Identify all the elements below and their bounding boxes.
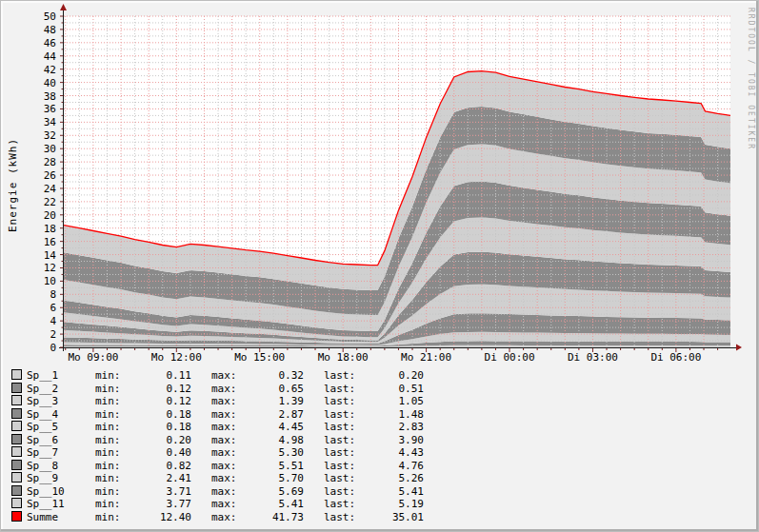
legend-last-value: 1.48 <box>357 408 424 421</box>
legend-max-label: max: <box>211 383 237 395</box>
legend-max-value: 5.41 <box>241 498 304 510</box>
y-tick-label: 42 <box>44 64 56 76</box>
y-tick-label: 16 <box>44 236 56 248</box>
y-tick-label: 8 <box>50 288 56 301</box>
legend-max-value: 0.32 <box>241 369 304 382</box>
legend-min-value: 0.20 <box>125 434 191 446</box>
y-tick-label: 0 <box>50 342 56 354</box>
legend-max-value: 5.30 <box>241 446 304 459</box>
legend-row-Sp__3: Sp__3min:0.12max:1.39last:1.05 <box>1 395 449 407</box>
legend-last-label: last: <box>324 446 355 459</box>
x-tick-label: Mo 12:00 <box>151 351 202 364</box>
y-tick-label: 44 <box>44 50 57 63</box>
y-tick-label: 24 <box>44 183 57 195</box>
legend-last-value: 2.83 <box>357 421 424 433</box>
legend-series-name: Sp__9 <box>27 472 58 484</box>
legend-last-value: 0.51 <box>357 383 424 395</box>
legend-row-Sp__4: Sp__4min:0.18max:2.87last:1.48 <box>1 408 449 421</box>
y-tick-label: 34 <box>44 116 57 128</box>
legend-series-name: Sp__11 <box>27 498 65 510</box>
legend-max-value: 5.69 <box>241 485 304 498</box>
legend-min-label: min: <box>95 434 121 446</box>
legend-max-value: 5.51 <box>241 460 304 472</box>
legend-swatch-icon <box>11 498 22 508</box>
y-tick-label: 40 <box>44 77 56 89</box>
legend-max-value: 2.87 <box>241 408 304 421</box>
y-tick-label: 26 <box>44 169 56 182</box>
legend-min-label: min: <box>95 383 121 395</box>
legend-last-label: last: <box>324 383 355 395</box>
legend-last-label: last: <box>324 434 355 446</box>
legend-series-name: Sp__1 <box>27 369 58 382</box>
y-tick-label: 36 <box>44 103 56 115</box>
legend-row-Summe: Summemin:12.40max:41.73last:35.01 <box>1 511 449 523</box>
legend-min-value: 0.18 <box>125 408 191 421</box>
y-tick-label: 30 <box>44 143 56 155</box>
legend-max-value: 1.39 <box>241 395 304 407</box>
legend-series-name: Sp__10 <box>27 485 65 498</box>
legend-last-label: last: <box>324 472 355 484</box>
legend-swatch-icon <box>11 511 22 522</box>
legend-min-label: min: <box>95 498 121 510</box>
legend-max-label: max: <box>211 485 237 498</box>
legend-swatch-icon <box>11 421 22 431</box>
legend-row-Sp__10: Sp__10min:3.71max:5.69last:5.41 <box>1 485 449 498</box>
legend-min-label: min: <box>95 446 121 459</box>
legend-max-label: max: <box>211 460 237 472</box>
legend-row-Sp__9: Sp__9min:2.41max:5.70last:5.26 <box>1 472 449 484</box>
legend-last-value: 4.43 <box>357 446 424 459</box>
legend-min-value: 2.41 <box>125 472 191 484</box>
legend-max-value: 0.65 <box>241 383 304 395</box>
legend-min-value: 0.18 <box>125 421 191 433</box>
legend-max-label: max: <box>211 472 237 484</box>
legend-row-Sp__1: Sp__1min:0.11max:0.32last:0.20 <box>1 369 449 382</box>
y-tick-label: 18 <box>44 223 56 235</box>
legend-last-value: 5.41 <box>357 485 424 498</box>
legend-row-Sp__8: Sp__8min:0.82max:5.51last:4.76 <box>1 460 449 472</box>
legend-row-Sp__2: Sp__2min:0.12max:0.65last:0.51 <box>1 383 449 395</box>
y-tick-label: 46 <box>44 37 56 49</box>
legend-swatch-icon <box>11 408 22 419</box>
legend-min-value: 0.82 <box>125 460 191 472</box>
legend-row-Sp__5: Sp__5min:0.18max:4.45last:2.83 <box>1 421 449 433</box>
legend-swatch-icon <box>11 434 22 444</box>
y-tick-label: 6 <box>50 302 56 314</box>
legend-max-value: 41.73 <box>241 511 304 523</box>
legend-series-name: Sp__8 <box>27 460 58 472</box>
x-axis-arrow-icon <box>736 345 742 351</box>
legend-swatch-icon <box>11 369 22 380</box>
legend-min-value: 0.12 <box>125 383 191 395</box>
legend-last-value: 3.90 <box>357 434 424 446</box>
legend-last-value: 35.01 <box>357 511 424 523</box>
y-axis-arrow-icon <box>60 4 67 10</box>
y-tick-label: 50 <box>44 10 56 23</box>
legend-series-name: Sp__7 <box>27 446 58 459</box>
rrdtool-graph: Mo 09:00Mo 12:00Mo 15:00Mo 18:00Mo 21:00… <box>0 0 759 532</box>
legend-max-value: 4.98 <box>241 434 304 446</box>
legend-last-value: 4.76 <box>357 460 424 472</box>
y-tick-label: 4 <box>50 315 56 327</box>
legend-max-label: max: <box>211 421 237 433</box>
legend-series-name: Sp__4 <box>27 408 58 421</box>
legend-max-value: 5.70 <box>241 472 304 484</box>
y-tick-label: 28 <box>44 156 56 168</box>
x-tick-label: Mo 21:00 <box>401 351 451 364</box>
y-tick-label: 38 <box>44 90 56 103</box>
legend-series-name: Summe <box>27 511 58 523</box>
y-tick-label: 14 <box>44 249 57 262</box>
legend-min-label: min: <box>95 421 121 433</box>
x-tick-label: Mo 15:00 <box>234 351 285 364</box>
legend-row-Sp__6: Sp__6min:0.20max:4.98last:3.90 <box>1 434 449 446</box>
legend-swatch-icon <box>11 446 22 457</box>
legend-min-value: 3.77 <box>125 498 191 510</box>
legend-last-value: 5.19 <box>357 498 424 510</box>
legend-last-label: last: <box>324 408 355 421</box>
legend-min-label: min: <box>95 485 121 498</box>
legend-max-label: max: <box>211 498 237 510</box>
legend-min-value: 0.12 <box>125 395 191 407</box>
y-tick-label: 12 <box>44 262 56 274</box>
legend-min-label: min: <box>95 395 121 407</box>
y-tick-label: 10 <box>44 275 56 287</box>
x-tick-label: Di 00:00 <box>485 351 535 364</box>
legend-row-Sp__11: Sp__11min:3.77max:5.41last:5.19 <box>1 498 449 510</box>
